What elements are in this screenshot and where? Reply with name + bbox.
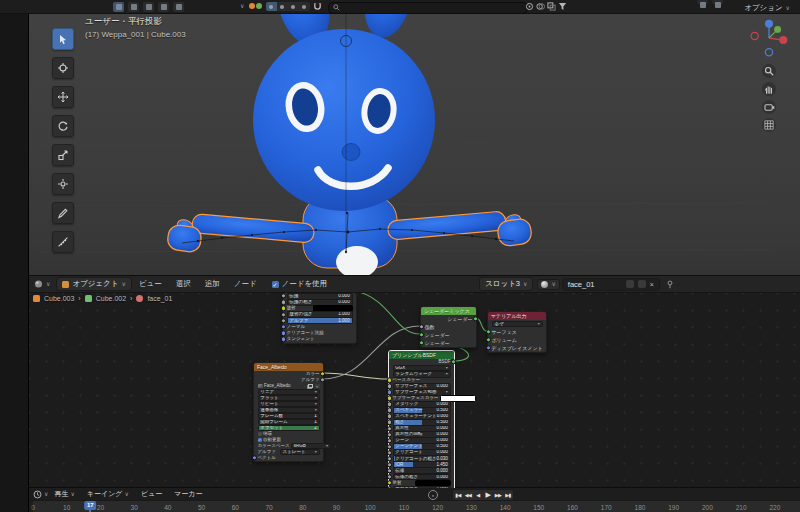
input-socket[interactable] bbox=[387, 468, 392, 473]
node-image-texture-face-albedo[interactable]: Face_AlbedoカラーアルファFace_Albedo×リニア▾フラット▾リ… bbox=[253, 362, 324, 462]
checkbox-icon[interactable] bbox=[258, 432, 262, 436]
timeline[interactable]: ∨ 再生∨キーイング∨ビューマーカー ● ▮◀◀◀◀▶▶▶▶▮ 01020304… bbox=[0, 487, 800, 512]
show-overlays-icon[interactable] bbox=[536, 2, 545, 11]
input-socket[interactable] bbox=[387, 444, 392, 449]
snap-magnet-icon[interactable] bbox=[313, 2, 322, 11]
input-socket[interactable] bbox=[387, 474, 392, 479]
input-socket[interactable] bbox=[387, 462, 392, 467]
copy-material-icon[interactable] bbox=[638, 280, 646, 288]
input-socket[interactable] bbox=[387, 456, 392, 461]
auto-key-record-button[interactable]: ● bbox=[428, 490, 438, 500]
show-gizmo-icon[interactable] bbox=[525, 2, 534, 11]
input-socket[interactable] bbox=[387, 426, 392, 431]
shader-node-editor[interactable]: 伝播0.000伝播の粗さ0.000放射放射の強さ1.000アルファ1.000ノー… bbox=[0, 275, 800, 488]
tool-measure[interactable] bbox=[52, 231, 74, 253]
options-dropdown[interactable]: オプション ∨ bbox=[744, 3, 790, 13]
tool-select-box[interactable] bbox=[52, 28, 74, 50]
tool-scale[interactable] bbox=[52, 144, 74, 166]
header-icon-3[interactable] bbox=[143, 2, 154, 12]
input-socket[interactable] bbox=[387, 384, 392, 389]
zoom-icon[interactable] bbox=[762, 64, 776, 78]
frame-ruler[interactable]: 0102030405060708090100110120130140150160… bbox=[0, 500, 800, 512]
node-header[interactable]: プリンシプルBSDF bbox=[389, 351, 454, 359]
node-mix-shader[interactable]: シェーダーミックスシェーダー係数シェーダーシェーダー bbox=[420, 306, 477, 348]
character-weppa[interactable] bbox=[166, 0, 532, 275]
header-icon-5[interactable] bbox=[173, 2, 184, 12]
browse-material-button[interactable]: ∨ bbox=[537, 279, 559, 290]
tool-rotate[interactable] bbox=[52, 115, 74, 137]
menu-ビュー[interactable]: ビュー bbox=[141, 489, 162, 499]
node-header[interactable]: マテリアル出力 bbox=[488, 312, 546, 320]
input-socket[interactable] bbox=[281, 300, 286, 305]
pin-icon[interactable] bbox=[666, 280, 674, 289]
input-socket[interactable] bbox=[281, 312, 286, 317]
editor-type-dropdown[interactable]: ∨ bbox=[33, 490, 48, 499]
unlink-image-icon[interactable]: × bbox=[315, 384, 320, 389]
3d-viewport[interactable]: ∨ オプション ∨ ユーザー・平行投影 (17) Weppa_001 | C bbox=[0, 0, 800, 275]
editor-type-icon[interactable] bbox=[113, 2, 124, 12]
material-name-field[interactable]: face_01 × bbox=[562, 278, 660, 291]
node-header[interactable]: シェーダーミックス bbox=[421, 307, 476, 315]
filter-funnel-icon[interactable] bbox=[558, 2, 567, 11]
play-button[interactable]: ▶ bbox=[483, 490, 493, 500]
pan-hand-icon[interactable] bbox=[762, 82, 776, 96]
tool-move[interactable] bbox=[52, 86, 74, 108]
navigation-gizmo[interactable] bbox=[746, 16, 792, 60]
node-principled-bsdf[interactable]: プリンシプルBSDFBSDFGGX▾ランダムウォーク▾ベースカラーサブサーフェス… bbox=[388, 350, 455, 488]
menu-選択[interactable]: 選択 bbox=[176, 279, 191, 289]
menu-ビュー[interactable]: ビュー bbox=[139, 279, 162, 289]
fake-user-shield-icon[interactable] bbox=[626, 280, 634, 288]
input-socket[interactable] bbox=[281, 318, 286, 323]
prev-keyframe-button[interactable]: ◀◀ bbox=[463, 490, 473, 500]
input-socket[interactable] bbox=[387, 420, 392, 425]
breadcrumb-item[interactable]: Cube.002 bbox=[96, 295, 126, 302]
tool-annotate[interactable] bbox=[52, 202, 74, 224]
use-nodes-checkbox[interactable]: ✓ ノードを使用 bbox=[272, 279, 328, 289]
chevron-down-icon[interactable]: ∨ bbox=[240, 3, 244, 9]
input-socket[interactable] bbox=[387, 390, 392, 395]
jump-to-start-button[interactable]: ▮◀ bbox=[453, 490, 463, 500]
xray-toggle-icon[interactable] bbox=[547, 2, 556, 11]
node-canvas[interactable]: 伝播0.000伝播の粗さ0.000放射放射の強さ1.000アルファ1.000ノー… bbox=[0, 276, 800, 488]
menu-ノード[interactable]: ノード bbox=[234, 279, 257, 289]
node-header[interactable]: Face_Albedo bbox=[254, 363, 323, 371]
node-material-output[interactable]: マテリアル出力全て▾サーフェスボリュームディスプレイスメント bbox=[487, 311, 547, 353]
menu-マーカー[interactable]: マーカー bbox=[174, 489, 202, 499]
toggle-grid-icon[interactable] bbox=[762, 118, 776, 132]
camera-view-icon[interactable] bbox=[762, 100, 776, 114]
input-socket[interactable] bbox=[387, 486, 392, 488]
header-icon-2[interactable] bbox=[128, 2, 139, 12]
jump-to-end-button[interactable]: ▶▮ bbox=[503, 490, 513, 500]
play-reverse-button[interactable]: ◀ bbox=[473, 490, 483, 500]
breadcrumb-item[interactable]: face_01 bbox=[147, 295, 172, 302]
select-mode-4[interactable] bbox=[299, 2, 310, 11]
select-mode-1[interactable] bbox=[266, 2, 277, 11]
menu-再生[interactable]: 再生∨ bbox=[54, 489, 74, 499]
select-mode-2[interactable] bbox=[277, 2, 288, 11]
current-frame-badge[interactable]: 17 bbox=[84, 501, 96, 510]
value-slider[interactable]: 放射の強さ1.000 bbox=[393, 486, 451, 488]
node-principled-bsdf-row-放射の強さ[interactable]: 放射の強さ1.000 bbox=[389, 486, 454, 488]
input-socket[interactable] bbox=[387, 432, 392, 437]
input-socket[interactable] bbox=[281, 293, 286, 298]
node-principled-bsdf-clipped[interactable]: 伝播0.000伝播の粗さ0.000放射放射の強さ1.000アルファ1.000ノー… bbox=[282, 292, 357, 344]
input-socket[interactable] bbox=[387, 408, 392, 413]
editor-type-dropdown[interactable] bbox=[33, 279, 44, 289]
input-socket[interactable] bbox=[387, 438, 392, 443]
checkbox-icon[interactable]: ✓ bbox=[258, 438, 262, 442]
input-socket[interactable] bbox=[387, 414, 392, 419]
tool-cursor[interactable] bbox=[52, 57, 74, 79]
breadcrumb-item[interactable]: Cube.003 bbox=[44, 295, 74, 302]
menu-キーイング[interactable]: キーイング∨ bbox=[87, 489, 129, 499]
node-material-output-row-全て[interactable]: 全て▾ bbox=[488, 320, 546, 328]
menu-追加[interactable]: 追加 bbox=[205, 279, 220, 289]
input-socket[interactable] bbox=[387, 450, 392, 455]
material-slot-dropdown[interactable]: スロット3 ∨ bbox=[479, 277, 533, 291]
unlink-material-icon[interactable]: × bbox=[650, 281, 654, 288]
shader-type-dropdown[interactable]: オブジェクト ∨ bbox=[56, 277, 131, 291]
dropdown[interactable]: 全て▾ bbox=[492, 321, 543, 328]
next-keyframe-button[interactable]: ▶▶ bbox=[493, 490, 503, 500]
header-icon-4[interactable] bbox=[158, 2, 169, 12]
search-input[interactable] bbox=[328, 2, 528, 14]
tool-transform[interactable] bbox=[52, 173, 74, 195]
